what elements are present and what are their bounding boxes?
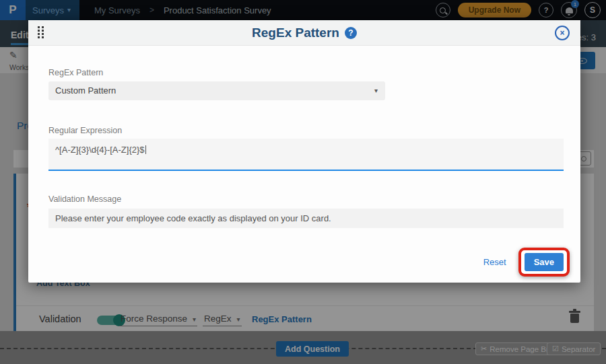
text-cursor	[145, 145, 146, 154]
help-icon[interactable]: ?	[345, 27, 357, 39]
pattern-field-label: RegEx Pattern	[48, 68, 103, 77]
pattern-select-value: Custom Pattern	[55, 85, 116, 96]
reset-link[interactable]: Reset	[483, 257, 506, 267]
regex-textarea[interactable]: ^[A-Z]{3}\d{4}-[A-Z]{2}$	[48, 139, 564, 171]
modal-header: RegEx Pattern ? ×	[28, 20, 580, 46]
app-window: P Surveys ▾ My Surveys > Product Satisfa…	[0, 0, 606, 364]
validation-message-input[interactable]: Please enter your employee code exactly …	[48, 209, 564, 228]
modal-footer: Reset Save	[483, 248, 570, 277]
message-field-label: Validation Message	[48, 194, 121, 204]
regex-textarea-value: ^[A-Z]{3}\d{4}-[A-Z]{2}$	[55, 145, 145, 155]
chevron-down-icon: ▾	[374, 87, 378, 94]
modal-title-wrap: RegEx Pattern ?	[28, 20, 580, 46]
regex-pattern-modal: RegEx Pattern ? × RegEx Pattern Custom P…	[28, 20, 580, 283]
regex-field-label: Regular Expression	[48, 126, 122, 135]
save-highlight-ring: Save	[518, 248, 570, 277]
pattern-select[interactable]: Custom Pattern ▾	[48, 81, 385, 100]
close-icon[interactable]: ×	[555, 26, 570, 40]
save-button[interactable]: Save	[525, 253, 564, 271]
modal-title: RegEx Pattern	[252, 26, 339, 40]
